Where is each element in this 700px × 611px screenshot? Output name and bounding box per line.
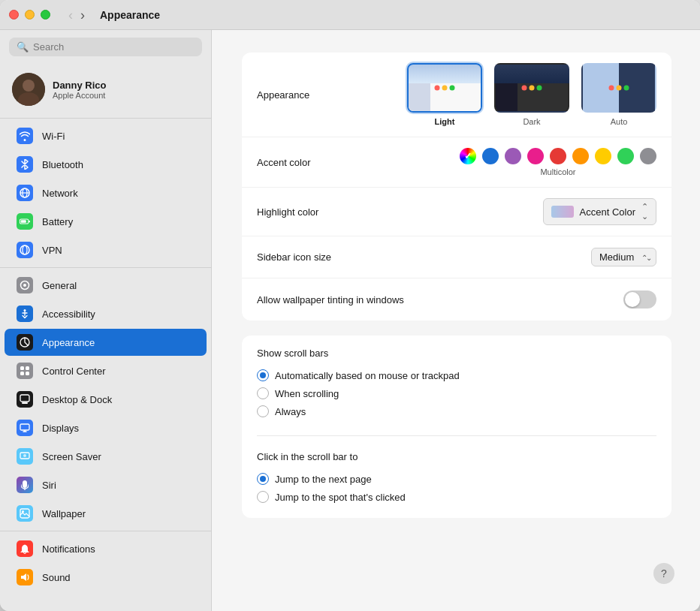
forward-button[interactable]: ›	[77, 8, 88, 22]
appearance-light-option[interactable]: Light	[407, 63, 482, 126]
main-wrapper: Appearance	[212, 30, 700, 611]
dark-thumb	[494, 63, 569, 113]
minimize-button[interactable]	[25, 10, 35, 20]
sidebar-item-label-notifications: Notifications	[42, 543, 95, 555]
scroll-when-scrolling-radio[interactable]	[257, 387, 269, 399]
sidebar-item-label-sound: Sound	[42, 572, 71, 583]
scroll-auto-option[interactable]: Automatically based on mouse or trackpad	[257, 366, 656, 384]
sidebar-item-notifications[interactable]: Notifications	[5, 535, 207, 562]
main-content: Appearance	[212, 30, 700, 611]
accent-color-row: Accent color	[242, 137, 671, 188]
user-info: Danny Rico Apple Account	[53, 80, 107, 100]
search-bar[interactable]: 🔍	[9, 38, 202, 56]
maximize-button[interactable]	[41, 10, 50, 20]
sidebar-item-sound[interactable]: Sound	[5, 564, 207, 591]
scroll-auto-radio[interactable]	[257, 369, 269, 381]
sidebar-item-label-accessibility: Accessibility	[42, 309, 95, 320]
accent-green[interactable]	[617, 148, 634, 164]
click-spot-radio[interactable]	[257, 491, 269, 503]
svg-rect-15	[20, 366, 24, 370]
click-spot-option[interactable]: Jump to the spot that's clicked	[257, 488, 656, 506]
accent-red[interactable]	[550, 148, 566, 164]
sidebar-item-general[interactable]: General	[5, 272, 207, 299]
vpn-icon	[17, 242, 33, 258]
sidebar-item-label-battery: Battery	[42, 216, 73, 227]
sidebar-item-displays[interactable]: Displays	[5, 414, 207, 441]
svg-rect-7	[29, 221, 30, 223]
sound-icon	[17, 569, 33, 585]
svg-rect-20	[22, 402, 28, 404]
appearance-dark-option[interactable]: Dark	[494, 63, 569, 126]
accent-color-control: Multicolor	[407, 148, 656, 176]
sidebar-item-desktopdock[interactable]: Desktop & Dock	[5, 386, 207, 413]
sidebar-item-label-displays: Displays	[42, 423, 79, 434]
svg-point-10	[23, 245, 27, 254]
sidebar-item-label-network: Network	[42, 188, 78, 199]
svg-rect-16	[26, 366, 29, 370]
svg-point-25	[23, 454, 26, 457]
sidebar-icon-size-label: Sidebar icon size	[257, 251, 407, 263]
sidebar-item-siri[interactable]: Siri	[5, 471, 207, 498]
appearance-auto-option[interactable]: Auto	[581, 63, 656, 126]
sidebar-icon-size-select[interactable]: Small Medium Large	[591, 248, 656, 266]
accent-orange[interactable]	[572, 148, 589, 164]
click-next-page-radio[interactable]	[257, 473, 269, 485]
svg-rect-18	[26, 372, 29, 375]
accent-pink[interactable]	[527, 148, 544, 164]
screensaver-icon	[17, 448, 33, 465]
sidebar-item-wifi[interactable]: Wi-Fi	[5, 122, 207, 149]
sidebar-item-label-siri: Siri	[42, 480, 56, 491]
accent-purple[interactable]	[505, 148, 521, 164]
scroll-when-scrolling-label: When scrolling	[275, 388, 339, 399]
wifi-icon	[17, 128, 33, 144]
user-section[interactable]: Danny Rico Apple Account	[0, 64, 211, 115]
sidebar-item-battery[interactable]: Battery	[5, 208, 207, 235]
sidebar-item-bluetooth[interactable]: Bluetooth	[5, 151, 207, 178]
wallpaper-tinting-toggle[interactable]	[623, 290, 656, 309]
bluetooth-icon	[17, 156, 33, 173]
sidebar-item-appearance[interactable]: Appearance	[5, 329, 207, 356]
highlight-color-value: Accent Color	[580, 206, 635, 218]
sidebar-item-label-vpn: VPN	[42, 245, 62, 256]
scroll-bars-card: Show scroll bars Automatically based on …	[242, 336, 671, 518]
accent-yellow[interactable]	[595, 148, 611, 164]
sidebar-item-screensaver[interactable]: Screen Saver	[5, 443, 207, 470]
appearance-row-label: Appearance	[257, 89, 407, 101]
show-scroll-bars-label: Show scroll bars	[257, 348, 656, 359]
accent-sublabel: Multicolor	[540, 167, 575, 176]
show-scroll-bars-section: Show scroll bars Automatically based on …	[242, 336, 671, 432]
accent-color-swatches	[460, 148, 656, 164]
click-next-page-label: Jump to the next page	[275, 474, 372, 485]
search-input[interactable]	[33, 41, 195, 53]
user-name: Danny Rico	[53, 80, 107, 91]
highlight-color-row: Highlight color Accent Color ⌃⌄	[242, 188, 671, 236]
sidebar-item-label-wallpaper: Wallpaper	[42, 508, 86, 519]
network-icon	[17, 185, 33, 201]
system-preferences-window: ‹ › Appearance 🔍 Danny Rico	[0, 0, 700, 611]
help-button[interactable]: ?	[653, 563, 674, 584]
search-icon: 🔍	[17, 41, 29, 53]
wallpaper-icon	[17, 505, 33, 522]
scroll-when-scrolling-option[interactable]: When scrolling	[257, 384, 656, 402]
highlight-color-picker[interactable]: Accent Color ⌃⌄	[543, 198, 656, 225]
accent-gray[interactable]	[640, 148, 656, 164]
svg-point-1	[23, 80, 35, 92]
auto-label: Auto	[611, 117, 628, 126]
close-button[interactable]	[9, 10, 19, 20]
sidebar-item-network[interactable]: Network	[5, 179, 207, 206]
user-subtitle: Apple Account	[53, 91, 107, 100]
accent-blue[interactable]	[482, 148, 499, 164]
light-thumb	[407, 63, 482, 113]
sidebar-item-accessibility[interactable]: Accessibility	[5, 300, 207, 327]
back-button[interactable]: ‹	[65, 8, 76, 22]
sidebar-icon-size-control: Small Medium Large	[407, 248, 656, 266]
scroll-always-radio[interactable]	[257, 405, 269, 417]
accent-multicolor[interactable]	[460, 148, 476, 164]
svg-point-13	[24, 309, 26, 312]
sidebar-item-vpn[interactable]: VPN	[5, 236, 207, 263]
scroll-always-option[interactable]: Always	[257, 402, 656, 420]
click-next-page-option[interactable]: Jump to the next page	[257, 470, 656, 488]
sidebar-item-controlcenter[interactable]: Control Center	[5, 357, 207, 384]
sidebar-item-wallpaper[interactable]: Wallpaper	[5, 500, 207, 527]
sidebar-item-label-desktopdock: Desktop & Dock	[42, 394, 112, 405]
